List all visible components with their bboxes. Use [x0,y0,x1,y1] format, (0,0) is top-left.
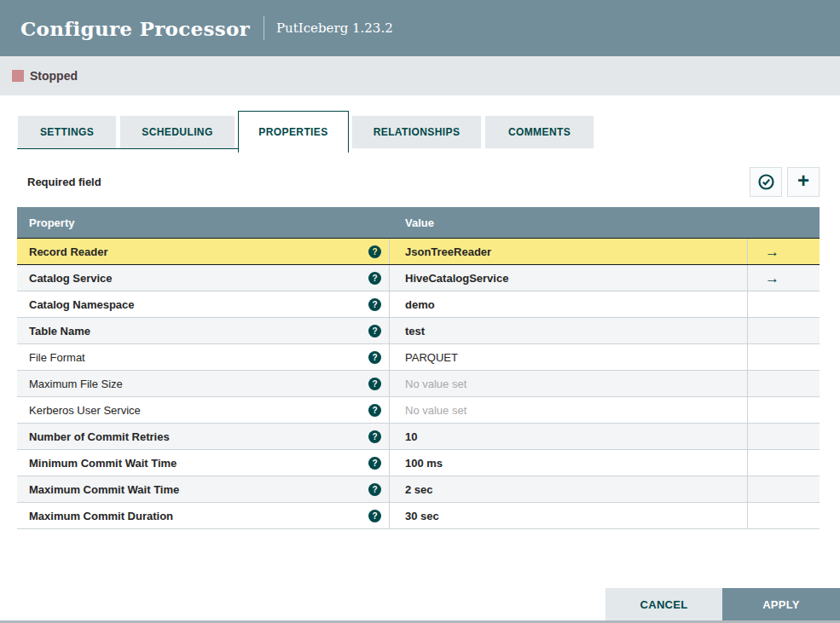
value-cell[interactable]: 100 ms [390,450,748,476]
property-cell: Number of Commit Retries ? [17,424,390,449]
property-name: Kerberos User Service [29,404,368,417]
property-name: Maximum File Size [29,378,368,390]
table-row[interactable]: Catalog Namespace ? demo [17,291,820,318]
value-cell[interactable]: PARQUET [390,344,748,370]
arrow-cell [748,476,820,502]
property-cell: Maximum Commit Wait Time ? [17,476,390,502]
help-icon[interactable]: ? [368,483,381,496]
check-circle-icon [757,173,775,191]
column-header-value: Value [390,216,820,229]
property-cell: Catalog Namespace ? [17,291,390,317]
table-row[interactable]: File Format ? PARQUET [17,344,820,371]
table-row[interactable]: Minimum Commit Wait Time ? 100 ms [17,450,820,476]
help-icon[interactable]: ? [368,430,381,443]
stopped-status-icon [12,70,24,82]
page-title: Configure Processor [20,17,250,40]
value-cell[interactable]: test [390,318,748,343]
go-to-service-icon[interactable]: → [765,271,779,286]
property-cell: Record Reader ? [17,239,390,264]
table-row[interactable]: Catalog Service ? HiveCatalogService → [17,265,820,291]
tab-comments[interactable]: COMMENTS [484,115,594,149]
table-row[interactable]: Record Reader ? JsonTreeReader → [17,238,820,265]
apply-button[interactable]: APPLY [722,588,840,620]
property-name: Table Name [29,325,368,337]
cancel-button[interactable]: CANCEL [605,588,722,620]
tab-bar: SETTINGS SCHEDULING PROPERTIES RELATIONS… [17,111,820,153]
status-label: Stopped [30,69,78,83]
value-cell[interactable]: 2 sec [390,476,748,502]
property-name: Maximum Commit Wait Time [29,483,368,496]
property-name: File Format [29,351,368,364]
property-cell: Maximum Commit Duration ? [17,503,390,528]
value-cell[interactable]: No value set [390,371,748,396]
configure-processor-dialog: Configure Processor PutIceberg 1.23.2 St… [0,0,840,623]
arrow-cell [748,318,820,343]
arrow-cell [748,291,820,317]
go-to-service-icon[interactable]: → [765,245,779,259]
properties-table: Property Value Record Reader ? JsonTreeR… [17,207,820,529]
table-row[interactable]: Maximum Commit Duration ? 30 sec [17,503,820,529]
dialog-header: Configure Processor PutIceberg 1.23.2 [0,0,840,56]
tab-relationships[interactable]: RELATIONSHIPS [351,115,482,149]
value-cell[interactable]: demo [390,291,748,317]
tab-scheduling[interactable]: SCHEDULING [119,115,235,149]
table-row[interactable]: Maximum File Size ? No value set [17,371,820,397]
tab-settings[interactable]: SETTINGS [17,115,117,149]
arrow-cell [748,371,820,396]
arrow-cell [748,344,820,370]
property-cell: Table Name ? [17,318,390,343]
column-header-property: Property [17,216,390,229]
arrow-cell [748,450,820,476]
property-name: Catalog Service [29,272,368,285]
help-icon[interactable]: ? [368,457,381,470]
plus-icon: + [797,170,809,191]
help-icon[interactable]: ? [368,510,381,522]
properties-toolbar: Required field + [17,166,820,197]
help-icon[interactable]: ? [368,325,381,337]
property-cell: Catalog Service ? [17,265,390,291]
value-cell[interactable]: JsonTreeReader [390,239,748,264]
verify-properties-button[interactable] [750,167,782,197]
value-cell[interactable]: HiveCatalogService [390,265,748,291]
table-row[interactable]: Kerberos User Service ? No value set [17,397,820,424]
header-divider [264,16,264,40]
help-icon[interactable]: ? [368,245,381,258]
arrow-cell: → [748,265,820,291]
value-cell[interactable]: 30 sec [390,503,748,528]
required-field-label: Required field [17,176,744,188]
property-name: Catalog Namespace [29,298,368,311]
property-name: Maximum Commit Duration [29,510,368,522]
value-cell[interactable]: No value set [390,397,748,423]
value-cell[interactable]: 10 [390,424,748,449]
help-icon[interactable]: ? [368,378,381,390]
table-row[interactable]: Table Name ? test [17,318,820,344]
processor-type-version: PutIceberg 1.23.2 [276,20,393,36]
property-cell: File Format ? [17,344,390,370]
property-cell: Maximum File Size ? [17,371,390,396]
arrow-cell [748,424,820,449]
help-icon[interactable]: ? [368,351,381,364]
help-icon[interactable]: ? [368,298,381,311]
arrow-cell [748,503,820,528]
property-name: Number of Commit Retries [29,430,368,443]
tab-properties[interactable]: PROPERTIES [238,111,349,153]
help-icon[interactable]: ? [368,404,381,417]
table-header: Property Value [17,207,820,238]
property-cell: Minimum Commit Wait Time ? [17,450,390,476]
status-bar: Stopped [0,56,840,95]
table-row[interactable]: Maximum Commit Wait Time ? 2 sec [17,476,820,503]
arrow-cell: → [748,239,820,264]
table-row[interactable]: Number of Commit Retries ? 10 [17,424,820,450]
property-cell: Kerberos User Service ? [17,397,390,423]
property-name: Minimum Commit Wait Time [29,457,368,470]
arrow-cell [748,397,820,423]
add-property-button[interactable]: + [787,167,820,197]
property-name: Record Reader [29,245,368,258]
dialog-footer: CANCEL APPLY [605,588,840,620]
help-icon[interactable]: ? [368,272,381,285]
